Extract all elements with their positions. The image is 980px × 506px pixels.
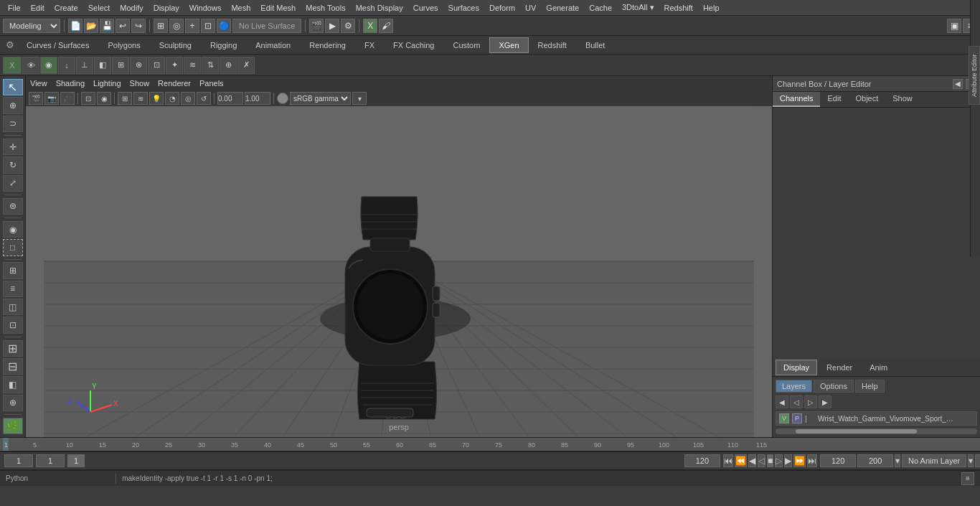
menu-3dtoall[interactable]: 3DtoAll ▾ — [617, 1, 659, 14]
scale-btn[interactable]: ⤢ — [3, 175, 23, 192]
vpt-cam2[interactable]: 📷 — [44, 92, 59, 105]
soft-select-btn[interactable]: ◉ — [3, 221, 23, 238]
tab-bullet[interactable]: Bullet — [576, 37, 615, 53]
xgen-icon4[interactable]: ↓ — [58, 57, 75, 74]
layers-scrollbar-thumb[interactable] — [796, 429, 917, 434]
tab-animation[interactable]: Animation — [246, 37, 300, 53]
mode-select[interactable]: Modeling — [3, 19, 60, 33]
range-end-input[interactable] — [684, 454, 720, 467]
pb-anim-arrow[interactable]: ▾ — [968, 454, 974, 467]
start-frame-input[interactable] — [4, 454, 33, 467]
gamma-select[interactable]: sRGB gamma — [290, 92, 351, 105]
tab-curves-surfaces[interactable]: Curves / Surfaces — [17, 37, 98, 53]
snap-tools-btn[interactable]: ⊞ — [3, 262, 23, 278]
vpt-zoom-value[interactable] — [245, 92, 270, 105]
save-btn[interactable]: 💾 — [100, 19, 114, 33]
channel-tab-show[interactable]: Show — [885, 92, 920, 107]
xgen-icon14[interactable]: ✗ — [237, 57, 255, 74]
tab-rendering[interactable]: Rendering — [300, 37, 355, 53]
menu-redshift[interactable]: Redshift — [659, 2, 698, 14]
pb-play-fwd[interactable]: ▷ — [775, 454, 783, 467]
menu-mesh-display[interactable]: Mesh Display — [351, 2, 408, 14]
menu-edit-mesh[interactable]: Edit Mesh — [255, 2, 301, 14]
layers-sub-tab-options[interactable]: Options — [814, 380, 854, 393]
snap-surface-btn[interactable]: ⊡ — [201, 19, 215, 33]
xgen-icon8[interactable]: ⊗ — [130, 57, 147, 74]
vp-menu-panels[interactable]: Panels — [199, 79, 224, 88]
tab-gear-icon[interactable]: ⚙ — [3, 38, 17, 52]
char-set-input[interactable] — [975, 454, 980, 467]
tab-redshift[interactable]: Redshift — [529, 37, 576, 53]
menu-create[interactable]: Create — [50, 2, 83, 14]
frame-indicator[interactable] — [67, 454, 85, 467]
menu-help[interactable]: Help — [698, 2, 725, 14]
vpt-light[interactable]: 💡 — [149, 92, 164, 105]
move-btn[interactable]: ✛ — [3, 139, 23, 155]
vpt-gamma-arrow[interactable]: ▾ — [352, 92, 367, 105]
tab-polygons[interactable]: Polygons — [98, 37, 149, 53]
vpt-texture[interactable]: ≋ — [133, 92, 148, 105]
status-script-btn[interactable]: ≡ — [961, 472, 974, 485]
xgen-icon1[interactable]: X — [3, 57, 22, 74]
xgen-icon2[interactable]: 👁 — [22, 57, 39, 74]
tab-fx[interactable]: FX — [355, 37, 384, 53]
display-toggle-btn[interactable]: ≡ — [3, 281, 23, 297]
tab-rigging[interactable]: Rigging — [201, 37, 246, 53]
pb-prev-key[interactable]: ⏪ — [735, 454, 747, 467]
attribute-editor-tab[interactable]: Attribute Editor — [969, 46, 980, 105]
disp-tab-render[interactable]: Render — [819, 360, 860, 375]
vpt-refresh[interactable]: ↺ — [197, 92, 211, 105]
layers-scrollbar[interactable] — [776, 428, 977, 434]
vpt-grid[interactable]: ⊞ — [118, 92, 132, 105]
current-frame-input[interactable] — [36, 454, 65, 467]
layer-item-default[interactable]: V P | Wrist_Watch_Garmin_Vivomove_Sport_… — [776, 411, 977, 426]
menu-display[interactable]: Display — [149, 2, 184, 14]
undo-btn[interactable]: ↩ — [116, 19, 130, 33]
menu-surfaces[interactable]: Surfaces — [443, 2, 484, 14]
pb-go-end[interactable]: ⏭ — [807, 454, 817, 467]
vpt-aa[interactable]: ◎ — [181, 92, 195, 105]
select-tool-btn[interactable]: ↖ — [3, 79, 23, 95]
pb-next-frame[interactable]: ▶ — [784, 454, 792, 467]
disp-tab-display[interactable]: Display — [776, 360, 817, 375]
redo-btn[interactable]: ↪ — [131, 19, 146, 33]
vp-menu-renderer[interactable]: Renderer — [158, 79, 191, 88]
vpt-cam-value[interactable] — [217, 92, 243, 105]
paint-btn[interactable]: 🖌 — [379, 19, 393, 33]
tab-xgen[interactable]: XGen — [489, 37, 528, 53]
menu-generate[interactable]: Generate — [541, 2, 584, 14]
channel-tab-edit[interactable]: Edit — [820, 92, 848, 107]
menu-deform[interactable]: Deform — [484, 2, 520, 14]
xgen-icon5[interactable]: ⊥ — [76, 57, 93, 74]
vpt-cam3[interactable]: 🎥 — [60, 92, 75, 105]
layers-nav-prev[interactable]: ◀ — [776, 395, 788, 408]
pb-stop[interactable]: ■ — [767, 454, 773, 467]
vpt-shade[interactable]: ◉ — [97, 92, 111, 105]
tab-sculpting[interactable]: Sculpting — [150, 37, 201, 53]
new-btn[interactable]: 📄 — [68, 19, 83, 33]
xgen-icon7[interactable]: ⊞ — [112, 57, 129, 74]
minus-btn[interactable]: ⊟ — [3, 358, 23, 375]
open-btn[interactable]: 📂 — [84, 19, 98, 33]
ui-toggle-btn[interactable]: ▣ — [947, 19, 961, 33]
anim-layer-input[interactable] — [902, 454, 966, 467]
xgen-icon12[interactable]: ⇅ — [202, 57, 219, 74]
layer-btn[interactable]: ◫ — [3, 299, 23, 315]
vpt-shadow[interactable]: ◔ — [165, 92, 179, 105]
disp-tab-anim[interactable]: Anim — [862, 360, 895, 375]
live-surface-btn[interactable]: No Live Surface — [232, 19, 301, 33]
vp-menu-lighting[interactable]: Lighting — [93, 79, 121, 88]
xgen-leaf-btn[interactable]: 🌿 — [3, 418, 23, 434]
xgen-icon3[interactable]: ◉ — [40, 57, 57, 74]
layers-nav-prev2[interactable]: ◁ — [790, 395, 803, 408]
universal-btn[interactable]: ⊛ — [3, 198, 23, 215]
snap-grid-btn[interactable]: ⊞ — [154, 19, 168, 33]
menu-uv[interactable]: UV — [520, 2, 541, 14]
vpt-wireframe[interactable]: ⊡ — [81, 92, 95, 105]
pb-prev-frame[interactable]: ◀ — [748, 454, 756, 467]
pivot-btn[interactable]: ⊕ — [3, 395, 23, 411]
xgen-icon9[interactable]: ⊡ — [148, 57, 165, 74]
render-btn[interactable]: 🎬 — [309, 19, 324, 33]
plus-btn[interactable]: ⊞ — [3, 340, 23, 357]
layers-sub-tab-layers[interactable]: Layers — [776, 380, 812, 393]
